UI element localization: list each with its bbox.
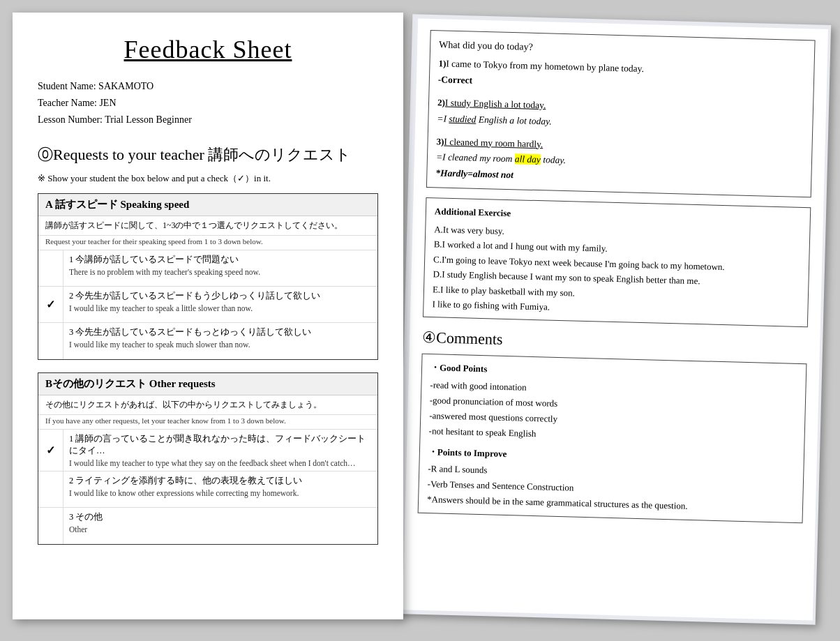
option-b2-row: 2 ライティングを添削する時に、他の表現を教えてほしい I would like… [38, 472, 377, 508]
option-a3-check [38, 323, 63, 359]
q2-student: I study English a lot today. [445, 97, 546, 110]
option-a1-row: 1 今講師が話しているスピードで問題ない There is no problem… [38, 250, 377, 287]
option-a1-ja: 1 今講師が話しているスピードで問題ない [69, 254, 372, 266]
q3-student: I cleaned my room hardly. [444, 136, 543, 149]
option-b2-content: 2 ライティングを添削する時に、他の表現を教えてほしい I would like… [63, 472, 377, 507]
page-left: Feedback Sheet Student Name: SAKAMOTO Te… [13, 13, 403, 619]
lesson-label: Lesson Number: [38, 114, 105, 125]
option-a2-content: 2 今先生が話しているスピードもう少しゆっくり話して欲しい I would li… [63, 287, 377, 322]
option-a3-content: 3 今先生が話しているスピードもっとゆっくり話して欲しい I would lik… [63, 323, 377, 359]
page-title: Feedback Sheet [38, 35, 378, 64]
q3-num: 3) [436, 136, 444, 146]
comments-header: ④Comments [422, 329, 807, 356]
option-a1-en: There is no problem with my teacher's sp… [69, 268, 372, 276]
comments-box: ・Good Points -read with good intonation … [418, 354, 807, 523]
q1-student: I came to Tokyo from my hometown by plan… [446, 58, 644, 73]
section0-header: ⓪Requests to your teacher 講師へのリクエスト [38, 144, 378, 165]
option-b1-check: ✓ [38, 430, 63, 471]
option-a2-en: I would like my teacher to speak a littl… [69, 304, 372, 312]
option-a1-content: 1 今講師が話しているスピードで問題ない There is no problem… [63, 250, 377, 286]
instruction-note: ※ Show your student the box below and pu… [38, 172, 378, 185]
q2-num: 2) [437, 97, 445, 107]
page-right-inner: What did you do today? 1)I came to Tokyo… [403, 19, 828, 621]
exercise-box: What did you do today? 1)I came to Tokyo… [426, 30, 816, 198]
option-a1-check [38, 250, 63, 286]
option-b3-content: 3 その他 Other [63, 508, 377, 544]
option-b1-en: I would like my teacher to type what the… [69, 459, 372, 467]
option-b3-check [38, 508, 63, 544]
page-right: What did you do today? 1)I came to Tokyo… [397, 14, 831, 624]
additional-exercise-box: Additional Exercise A.It was very busy. … [423, 197, 811, 327]
box-a: A 話すスピード Speaking speed 講師が話すスピードに関して、1~… [38, 193, 378, 360]
option-b2-ja: 2 ライティングを添削する時に、他の表現を教えてほしい [69, 475, 372, 487]
option-b3-ja: 3 その他 [69, 511, 372, 523]
option-b3-en: Other [69, 525, 372, 534]
option-a2-check: ✓ [38, 287, 63, 322]
option-b3-row: 3 その他 Other [38, 508, 377, 544]
option-b2-check [38, 472, 63, 507]
improve: -R and L sounds -Verb Tenses and Sentenc… [427, 461, 795, 517]
box-b: Bその他のリクエスト Other requests その他にリクエストがあれば、… [38, 372, 378, 545]
lesson-value: Trial Lesson Beginner [105, 114, 192, 125]
box-a-desc-ja: 講師が話すスピードに関して、1~3の中で１つ選んでリクエストしてください。 [38, 216, 377, 236]
option-b1-ja: 1 講師の言っていることが聞き取れなかった時は、フィードバックシートにタイ… [69, 433, 372, 457]
option-a2-ja: 2 今先生が話しているスピードもう少しゆっくり話して欲しい [69, 290, 372, 302]
teacher-name: JEN [99, 98, 116, 108]
option-b2-en: I would like to know other expressions w… [69, 489, 372, 497]
box-b-desc-ja: その他にリクエストがあれば、以下の中からリクエストしてみましょう。 [38, 395, 377, 415]
student-name: SAKAMOTO [98, 81, 153, 91]
student-name-label: Student Name: [38, 81, 98, 91]
q1-num: 1) [438, 58, 446, 68]
student-info: Student Name: SAKAMOTO Teacher Name: JEN… [38, 78, 378, 128]
box-a-title: A 話すスピード Speaking speed [38, 194, 377, 216]
option-b1-row: ✓ 1 講師の言っていることが聞き取れなかった時は、フィードバックシートにタイ…… [38, 430, 377, 472]
good-points: -read with good intonation -good pronunc… [428, 377, 797, 448]
box-a-desc-en: Request your teacher for their speaking … [38, 236, 377, 250]
box-b-desc-en: If you have any other requests, let your… [38, 415, 377, 430]
option-a2-row: ✓ 2 今先生が話しているスピードもう少しゆっくり話して欲しい I would … [38, 287, 377, 323]
option-b1-content: 1 講師の言っていることが聞き取れなかった時は、フィードバックシートにタイ… I… [63, 430, 377, 471]
option-a3-en: I would like my teacher to speak much sl… [69, 340, 372, 349]
box-b-title: Bその他のリクエスト Other requests [38, 373, 377, 395]
teacher-name-label: Teacher Name: [38, 98, 99, 108]
option-a3-row: 3 今先生が話しているスピードもっとゆっくり話して欲しい I would lik… [38, 323, 377, 359]
option-a3-ja: 3 今先生が話しているスピードもっとゆっくり話して欲しい [69, 326, 372, 338]
